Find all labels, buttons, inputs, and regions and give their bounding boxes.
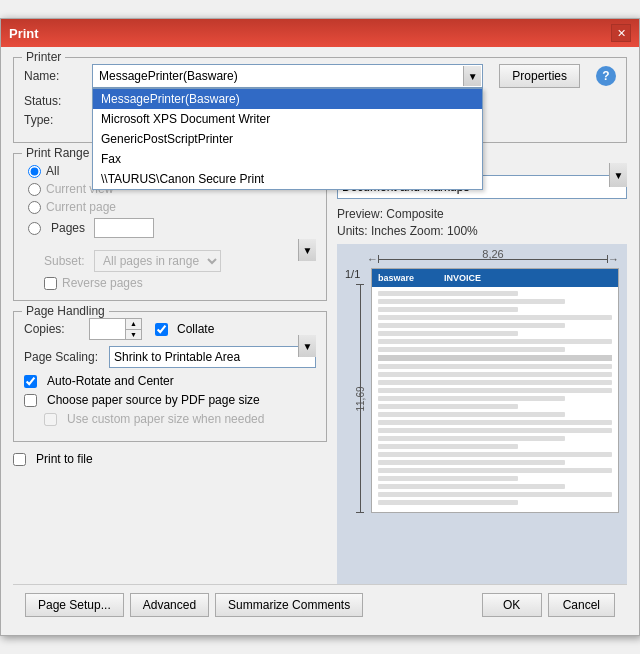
doc-line-26 — [378, 500, 518, 505]
v-tick-top — [356, 284, 364, 285]
copies-down[interactable]: ▼ — [126, 330, 141, 340]
doc-line-8 — [378, 347, 565, 352]
doc-line-9 — [378, 364, 612, 369]
doc-line-24 — [378, 484, 565, 489]
dropdown-item-3[interactable]: Fax — [93, 149, 482, 169]
dropdown-item-4[interactable]: \\TAURUS\Canon Secure Print — [93, 169, 482, 189]
preview-label: Preview: Composite — [337, 207, 627, 221]
page-handling-group: Page Handling Copies: 1 ▲ ▼ Collate — [13, 311, 327, 442]
copies-input[interactable]: 1 — [90, 319, 125, 339]
title-bar: Print ✕ — [1, 19, 639, 47]
custom-paper-row: Use custom paper size when needed — [24, 412, 316, 426]
left-arrow: ← — [367, 253, 378, 265]
copies-up[interactable]: ▲ — [126, 319, 141, 330]
copies-spinner: ▲ ▼ — [125, 319, 141, 339]
subset-select-wrap: All pages in range ▼ — [94, 250, 316, 272]
v-ruler-container: 11,69 — [345, 284, 367, 513]
doc-line-10 — [378, 372, 612, 377]
help-icon[interactable]: ? — [596, 66, 616, 86]
doc-line-17 — [378, 428, 612, 433]
cancel-button[interactable]: Cancel — [548, 593, 615, 617]
doc-line-22 — [378, 468, 612, 473]
advanced-button[interactable]: Advanced — [130, 593, 209, 617]
subset-select[interactable]: All pages in range — [94, 250, 221, 272]
h-dimension: 8,26 — [482, 248, 503, 260]
doc-line-2 — [378, 299, 565, 304]
print-to-file-row: Print to file — [13, 452, 327, 466]
doc-invoice: INVOICE — [444, 273, 481, 283]
doc-header: basware INVOICE — [372, 269, 618, 287]
summarize-comments-button[interactable]: Summarize Comments — [215, 593, 363, 617]
doc-table-header — [378, 355, 612, 361]
properties-button[interactable]: Properties — [499, 64, 580, 88]
choose-paper-row: Choose paper source by PDF page size — [24, 393, 316, 407]
doc-line-25 — [378, 492, 612, 497]
doc-line-1 — [378, 291, 518, 296]
bottom-left-buttons: Page Setup... Advanced Summarize Comment… — [25, 593, 476, 617]
copies-label: Copies: — [24, 322, 84, 336]
choose-paper-checkbox[interactable] — [24, 394, 37, 407]
doc-body — [372, 287, 618, 512]
dropdown-item-2[interactable]: GenericPostScriptPrinter — [93, 129, 482, 149]
custom-paper-label: Use custom paper size when needed — [67, 412, 264, 426]
scaling-select[interactable]: Shrink to Printable Area — [109, 346, 316, 368]
printer-select-display[interactable]: MessagePrinter(Basware) — [92, 64, 483, 88]
doc-line-18 — [378, 436, 565, 441]
h-ruler: 8,26 — [378, 252, 608, 266]
h-tick-left — [378, 255, 379, 263]
bottom-bar: Page Setup... Advanced Summarize Comment… — [13, 584, 627, 625]
print-to-file-checkbox[interactable] — [13, 453, 26, 466]
doc-brand: basware — [378, 273, 414, 283]
pages-radio[interactable] — [28, 222, 41, 235]
doc-line-5 — [378, 323, 565, 328]
choose-paper-label: Choose paper source by PDF page size — [47, 393, 260, 407]
page-number: 1/1 — [345, 268, 367, 280]
v-ruler: 11,69 — [353, 284, 367, 513]
printer-name-row: Name: MessagePrinter(Basware) ▼ MessageP… — [24, 64, 616, 88]
pages-radio-row: Pages 1 — [24, 218, 316, 238]
reverse-pages-label: Reverse pages — [62, 276, 143, 290]
v-tick-bottom — [356, 512, 364, 513]
doc-line-12 — [378, 388, 612, 393]
doc-line-13 — [378, 396, 565, 401]
all-radio[interactable] — [28, 165, 41, 178]
left-panel: Print Range All Current view Current — [13, 153, 327, 584]
dropdown-item-0[interactable]: MessagePrinter(Basware) — [93, 89, 482, 109]
subset-label: Subset: — [44, 254, 89, 268]
preview-units-zoom: Units: Inches Zoom: 100% — [337, 224, 627, 238]
all-label: All — [46, 164, 59, 178]
right-panel: Comments and Forms: Document and Markups… — [337, 153, 627, 584]
current-page-radio[interactable] — [28, 201, 41, 214]
h-ruler-line: 8,26 — [378, 259, 608, 260]
close-button[interactable]: ✕ — [611, 24, 631, 42]
doc-line-4 — [378, 315, 612, 320]
ok-button[interactable]: OK — [482, 593, 542, 617]
current-page-label: Current page — [46, 200, 116, 214]
auto-rotate-checkbox[interactable] — [24, 375, 37, 388]
collate-checkbox[interactable] — [155, 323, 168, 336]
page-setup-button[interactable]: Page Setup... — [25, 593, 124, 617]
current-page-radio-row: Current page — [24, 200, 316, 214]
type-label: Type: — [24, 113, 84, 127]
h-tick-right — [607, 255, 608, 263]
print-dialog: Print ✕ Printer Name: MessagePrinter(Bas… — [0, 18, 640, 636]
dialog-body: Printer Name: MessagePrinter(Basware) ▼ … — [1, 47, 639, 635]
h-ruler-row: ← 8,26 → — [345, 252, 619, 266]
current-view-radio[interactable] — [28, 183, 41, 196]
collate-label: Collate — [177, 322, 214, 336]
reverse-pages-checkbox[interactable] — [44, 277, 57, 290]
doc-line-14 — [378, 404, 518, 409]
pages-input[interactable]: 1 — [94, 218, 154, 238]
dropdown-item-1[interactable]: Microsoft XPS Document Writer — [93, 109, 482, 129]
print-to-file-label: Print to file — [36, 452, 93, 466]
doc-line-11 — [378, 380, 612, 385]
copies-input-wrap: 1 ▲ ▼ — [89, 318, 142, 340]
reverse-pages-row: Reverse pages — [24, 276, 316, 290]
doc-line-3 — [378, 307, 518, 312]
bottom-right-buttons: OK Cancel — [482, 593, 615, 617]
custom-paper-checkbox[interactable] — [44, 413, 57, 426]
auto-rotate-label: Auto-Rotate and Center — [47, 374, 174, 388]
doc-line-6 — [378, 331, 518, 336]
right-arrow: → — [608, 253, 619, 265]
preview-area: ← 8,26 → — [337, 244, 627, 584]
